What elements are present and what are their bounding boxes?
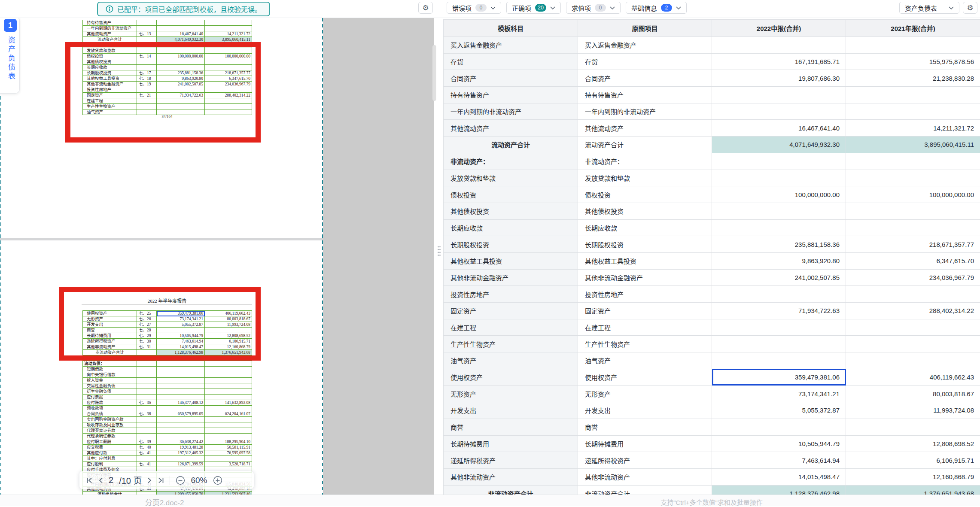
doc-settings-button[interactable]: ⚙ <box>418 2 433 14</box>
template-subject-cell[interactable]: 投资性房地产 <box>444 286 578 303</box>
source-item-cell[interactable]: 使用权资产 <box>578 369 712 386</box>
table-row[interactable]: 长期待摊费用长期待摊费用10,505,944.7912,808,698.52 <box>444 435 980 452</box>
template-subject-cell[interactable]: 其他非流动金融资产 <box>444 269 578 286</box>
value-cell[interactable] <box>846 37 980 54</box>
template-subject-cell[interactable]: 其他非流动资产 <box>444 468 578 485</box>
pane-splitter-handle[interactable] <box>436 244 441 258</box>
table-row[interactable]: 递延所得税资产递延所得税资产7,463,614.946,106,915.71 <box>444 452 980 469</box>
template-subject-cell[interactable]: 存货 <box>444 53 578 70</box>
table-row[interactable]: 买入返售金融资产买入返售金融资产 <box>444 37 980 54</box>
table-row[interactable]: 流动资产合计流动资产合计4,071,649,932.303,895,060,41… <box>444 137 980 153</box>
table-row[interactable]: 生产性生物资产生产性生物资产 <box>444 336 980 352</box>
source-item-cell[interactable]: 生产性生物资产 <box>578 336 712 352</box>
source-item-cell[interactable]: 长期股权投资 <box>578 236 712 253</box>
template-subject-cell[interactable]: 非流动资产： <box>444 153 578 170</box>
value-cell[interactable] <box>712 219 846 236</box>
template-subject-cell[interactable]: 非流动资产合计 <box>444 485 578 495</box>
zoom-out-button[interactable] <box>176 476 185 485</box>
source-item-cell[interactable]: 投资性房地产 <box>578 286 712 303</box>
table-row[interactable]: 其他债权投资其他债权投资 <box>444 203 980 219</box>
value-cell[interactable]: 73,174,341.21 <box>712 386 846 402</box>
value-cell[interactable]: 1,376,651,943.68 <box>846 485 980 495</box>
current-page-input[interactable]: 2 <box>109 475 113 485</box>
template-subject-cell[interactable]: 流动资产合计 <box>444 137 578 153</box>
source-item-cell[interactable]: 无形资产 <box>578 386 712 402</box>
value-cell[interactable]: 4,071,649,932.30 <box>712 137 846 153</box>
value-cell[interactable] <box>846 286 980 303</box>
viewer-scrollbar-thumb[interactable] <box>432 45 436 101</box>
source-item-cell[interactable]: 油气资产 <box>578 352 712 369</box>
sheet-selector-dropdown[interactable]: 资产负债表 <box>899 2 959 14</box>
filter-button-correct-items[interactable]: 正确项20 <box>506 2 561 14</box>
zoom-in-button[interactable] <box>213 476 222 485</box>
value-cell[interactable]: 71,934,722.63 <box>712 303 846 319</box>
template-subject-cell[interactable]: 长期待摊费用 <box>444 435 578 452</box>
template-subject-cell[interactable]: 其他权益工具投资 <box>444 252 578 269</box>
source-item-cell[interactable]: 发放贷款和垫款 <box>578 170 712 186</box>
source-item-cell[interactable]: 存货 <box>578 53 712 70</box>
next-page-button[interactable] <box>147 477 152 484</box>
source-item-cell[interactable]: 在建工程 <box>578 319 712 336</box>
template-subject-cell[interactable]: 债权投资 <box>444 186 578 203</box>
value-cell[interactable]: 288,402,314.22 <box>846 303 980 319</box>
table-row[interactable]: 投资性房地产投资性房地产 <box>444 286 980 303</box>
value-cell[interactable]: 14,211,321.72 <box>846 120 980 137</box>
value-cell[interactable]: 3,895,060,415.11 <box>846 137 980 153</box>
table-row[interactable]: 发放贷款和垫款发放贷款和垫款 <box>444 170 980 186</box>
value-cell[interactable]: 80,003,818.67 <box>846 386 980 402</box>
source-item-cell[interactable]: 买入返售金融资产 <box>578 37 712 54</box>
value-cell[interactable] <box>846 153 980 170</box>
source-item-cell[interactable]: 开发支出 <box>578 402 712 419</box>
filter-button-eval-items[interactable]: 求值项0 <box>566 2 621 14</box>
table-row[interactable]: 油气资产油气资产 <box>444 352 980 369</box>
value-cell[interactable] <box>846 103 980 120</box>
table-row[interactable]: 其他流动资产其他流动资产16,467,641.4014,211,321.72 <box>444 120 980 137</box>
value-cell[interactable] <box>712 336 846 352</box>
value-cell[interactable]: 406,119,662.43 <box>846 369 980 386</box>
source-item-cell[interactable]: 其他流动资产 <box>578 120 712 137</box>
table-row[interactable]: 存货存货167,191,685.71155,975,878.56 <box>444 53 980 70</box>
source-item-cell[interactable]: 固定资产 <box>578 303 712 319</box>
value-cell[interactable] <box>846 336 980 352</box>
value-cell[interactable] <box>712 103 846 120</box>
value-cell[interactable]: 12,160,868.79 <box>846 468 980 485</box>
value-cell[interactable]: 11,993,724.08 <box>846 402 980 419</box>
template-subject-cell[interactable]: 递延所得税资产 <box>444 452 578 469</box>
value-cell[interactable] <box>712 37 846 54</box>
source-item-cell[interactable]: 非流动资产合计 <box>578 485 712 495</box>
source-item-cell[interactable]: 其他非流动金融资产 <box>578 269 712 286</box>
first-page-button[interactable] <box>86 477 93 484</box>
source-item-cell[interactable]: 其他债权投资 <box>578 203 712 219</box>
value-cell[interactable]: 100,000,000.00 <box>846 186 980 203</box>
template-subject-cell[interactable]: 发放贷款和垫款 <box>444 170 578 186</box>
value-cell[interactable] <box>846 352 980 369</box>
value-cell[interactable]: 155,975,878.56 <box>846 53 980 70</box>
value-cell[interactable] <box>846 170 980 186</box>
value-cell[interactable]: 9,863,920.80 <box>712 252 846 269</box>
value-cell[interactable]: 5,055,372.87 <box>712 402 846 419</box>
source-item-cell[interactable]: 持有待售资产 <box>578 87 712 103</box>
filter-button-basic-info[interactable]: 基础信息2 <box>626 2 687 14</box>
value-cell[interactable] <box>846 419 980 435</box>
template-subject-cell[interactable]: 开发支出 <box>444 402 578 419</box>
table-row[interactable]: 长期股权投资长期股权投资235,881,158.36218,671,357.77 <box>444 236 980 253</box>
value-cell[interactable] <box>712 286 846 303</box>
value-cell[interactable] <box>712 352 846 369</box>
value-cell[interactable]: 241,002,507.85 <box>712 269 846 286</box>
last-page-button[interactable] <box>158 477 164 484</box>
value-cell[interactable]: 235,881,158.36 <box>712 236 846 253</box>
value-cell[interactable] <box>712 153 846 170</box>
template-subject-cell[interactable]: 无形资产 <box>444 386 578 402</box>
value-cell[interactable]: 1,128,376,462.98 <box>712 485 846 495</box>
value-cell[interactable]: 100,000,000.00 <box>712 186 846 203</box>
table-row[interactable]: 一年内到期的非流动资产一年内到期的非流动资产 <box>444 103 980 120</box>
table-row[interactable]: 债权投资债权投资100,000,000.00100,000,000.00 <box>444 186 980 203</box>
template-subject-cell[interactable]: 在建工程 <box>444 319 578 336</box>
table-row[interactable]: 开发支出开发支出5,055,372.8711,993,724.08 <box>444 402 980 419</box>
table-row[interactable]: 长期应收款长期应收款 <box>444 219 980 236</box>
value-cell[interactable]: 16,467,641.40 <box>712 120 846 137</box>
table-row[interactable]: 合同资产合同资产19,807,686.3021,238,830.28 <box>444 70 980 87</box>
table-row[interactable]: 持有待售资产持有待售资产 <box>444 87 980 103</box>
value-cell[interactable]: 21,238,830.28 <box>846 70 980 87</box>
table-row[interactable]: 固定资产固定资产71,934,722.63288,402,314.22 <box>444 303 980 319</box>
